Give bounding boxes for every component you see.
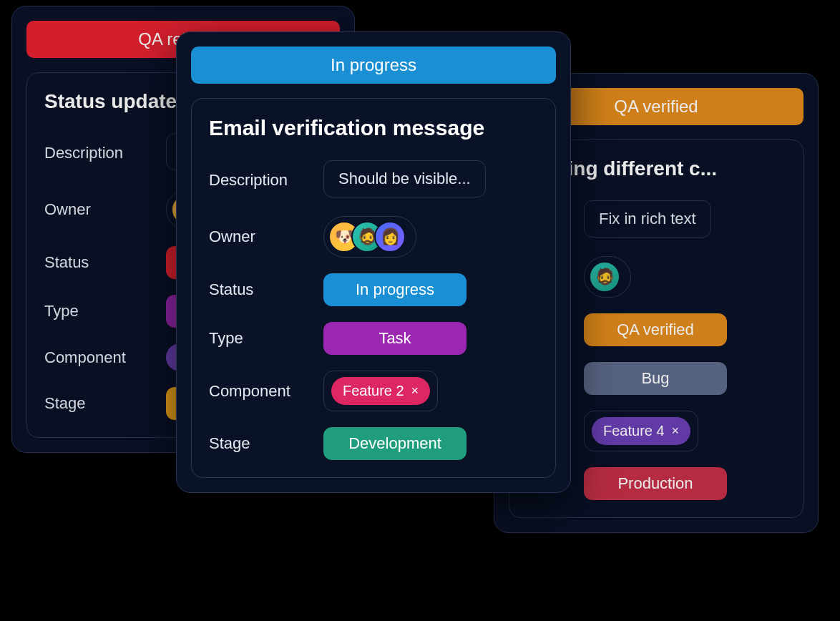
field-description: Description Should be visible... (209, 160, 538, 200)
component-label: Component (44, 348, 166, 367)
owner-label: Owner (209, 228, 323, 246)
field-type: Type Task (209, 322, 538, 355)
component-chip-label: Feature 4 (603, 423, 665, 439)
type-badge[interactable]: Task (323, 322, 467, 355)
component-chip[interactable]: Feature 2 × (331, 377, 430, 405)
component-container: Feature 4 × (584, 411, 698, 451)
card-body: Email verification message Description S… (191, 98, 556, 478)
description-label: Description (209, 171, 323, 190)
avatar[interactable]: 👩 (374, 221, 406, 253)
field-status: Status In progress (209, 273, 538, 306)
stage-label: Stage (44, 394, 166, 413)
status-label: Status (44, 253, 166, 272)
status-banner: In progress (191, 47, 556, 84)
stage-label: Stage (209, 434, 323, 453)
field-owner: Owner 🐶 🧔 👩 (209, 216, 538, 258)
component-chip[interactable]: Feature 4 × (592, 417, 690, 445)
status-badge[interactable]: QA verified (584, 313, 727, 346)
description-label: Description (44, 144, 166, 162)
description-value[interactable]: Should be visible... (323, 160, 486, 197)
field-stage: Stage Development (209, 427, 538, 460)
field-component: Component Feature 2 × (209, 371, 538, 411)
stage-badge[interactable]: Production (584, 467, 727, 500)
description-value[interactable]: Fix in rich text (584, 200, 711, 238)
type-badge[interactable]: Bug (584, 362, 727, 395)
component-chip-label: Feature 2 (343, 383, 404, 399)
owner-label: Owner (44, 200, 166, 219)
type-label: Type (209, 329, 323, 348)
close-icon[interactable]: × (672, 424, 680, 439)
status-label: Status (209, 280, 323, 299)
component-container: Feature 2 × (323, 371, 438, 411)
card-title: Email verification message (209, 116, 538, 140)
task-card-center: In progress Email verification message D… (176, 31, 571, 493)
close-icon[interactable]: × (411, 383, 419, 398)
avatar-group[interactable]: 🐶 🧔 👩 (323, 216, 416, 258)
status-badge[interactable]: In progress (323, 273, 467, 306)
component-label: Component (209, 382, 323, 401)
avatar[interactable]: 🧔 (589, 261, 620, 293)
stage-badge[interactable]: Development (323, 427, 467, 460)
avatar-group[interactable]: 🧔 (584, 256, 631, 298)
type-label: Type (44, 302, 166, 321)
